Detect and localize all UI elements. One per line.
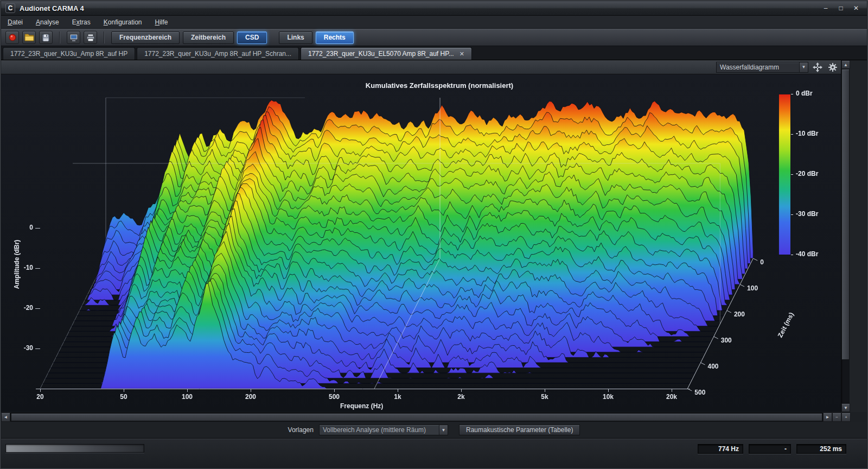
close-tab-icon[interactable]: ✕: [459, 50, 464, 58]
arrow-up-icon: ▲: [844, 62, 848, 67]
zoom-in-button[interactable]: +: [841, 413, 851, 422]
template-dropdown-value: Vollbereich Analyse (mittlere Räum): [320, 426, 439, 434]
maximize-button[interactable]: □: [834, 3, 847, 13]
plot-toolbar: Wasserfalldiagramm ▼: [1, 60, 842, 74]
toolbar-separator: [104, 31, 105, 43]
close-button[interactable]: ✕: [850, 3, 863, 13]
tab-measurement-2[interactable]: 1772_23R_quer_KU3u_Amp 8R_auf HP_Schran.…: [137, 47, 299, 60]
status-bar: 774 Hz - 252 ms: [1, 438, 867, 468]
title-bar: C Audionet CARMA 4 – □ ✕: [1, 1, 867, 16]
scroll-left-button[interactable]: ◄: [1, 413, 10, 422]
scroll-right-button[interactable]: ►: [823, 413, 832, 422]
window-title: Audionet CARMA 4: [20, 4, 817, 12]
template-row: Vorlagen Vollbereich Analyse (mittlere R…: [1, 422, 867, 438]
toolbar: Frequenzbereich Zeitbereich CSD Links Re…: [1, 29, 867, 46]
plus-icon: +: [845, 415, 847, 420]
minimize-button[interactable]: –: [819, 3, 832, 13]
level-meter: [5, 444, 144, 453]
vertical-scrollbar[interactable]: ▲ ▼: [841, 60, 850, 412]
minus-icon: −: [835, 415, 838, 420]
chevron-down-icon: ▼: [439, 425, 448, 435]
right-panel-gap: [850, 60, 867, 412]
arrow-right-icon: ►: [826, 415, 830, 420]
open-folder-icon: [24, 34, 34, 41]
gear-icon: [828, 62, 838, 72]
toolbar-separator: [59, 31, 60, 43]
app-logo-icon: C: [5, 3, 15, 13]
settings-button[interactable]: [827, 61, 839, 73]
menu-item-extras[interactable]: Extras: [72, 18, 91, 26]
arrow-left-icon: ◄: [4, 415, 8, 420]
open-file-button[interactable]: [22, 31, 36, 44]
menu-bar: Datei Analyse Extras Konfiguration Hilfe: [1, 16, 867, 29]
status-frequency: 774 Hz: [698, 444, 743, 454]
room-parameters-button[interactable]: Raumakustische Parameter (Tabelle): [459, 424, 580, 435]
diagram-type-value: Wasserfalldiagramm: [717, 64, 799, 71]
links-channel-button[interactable]: Links: [279, 31, 312, 44]
horizontal-scroll-thumb[interactable]: [11, 413, 822, 421]
save-icon: [42, 34, 50, 42]
status-middle: -: [749, 444, 791, 454]
print-icon: [86, 34, 95, 42]
rechts-channel-button[interactable]: Rechts: [316, 31, 354, 44]
app-window: C Audionet CARMA 4 – □ ✕ Datei Analyse E…: [0, 0, 868, 469]
template-dropdown[interactable]: Vollbereich Analyse (mittlere Räum) ▼: [319, 424, 448, 435]
status-values: 774 Hz - 252 ms: [698, 444, 846, 454]
screenshot-button[interactable]: [67, 31, 80, 44]
pan-icon: [813, 62, 822, 72]
zeitbereich-button[interactable]: Zeitbereich: [183, 31, 234, 44]
tab-bar: 1772_23R_quer_KU3u_Amp 8R_auf HP 1772_23…: [1, 46, 867, 60]
pan-button[interactable]: [812, 61, 824, 73]
menu-item-konfiguration[interactable]: Konfiguration: [104, 18, 142, 26]
tab-measurement-1[interactable]: 1772_23R_quer_KU3u_Amp 8R_auf HP: [3, 47, 135, 60]
menu-item-datei[interactable]: Datei: [8, 18, 23, 26]
horizontal-scrollbar[interactable]: ◄ ► − +: [1, 412, 851, 422]
arrow-down-icon: ▼: [844, 405, 848, 410]
zoom-out-button[interactable]: −: [832, 413, 841, 422]
tab-measurement-3[interactable]: 1772_23R_quer_KU3u_EL5070 Amp 8R_auf HP.…: [301, 47, 472, 60]
tab-label: 1772_23R_quer_KU3u_Amp 8R_auf HP: [10, 50, 127, 58]
scroll-up-button[interactable]: ▲: [841, 60, 850, 69]
diagram-type-dropdown[interactable]: Wasserfalldiagramm ▼: [716, 62, 808, 73]
waterfall-plot[interactable]: [1, 74, 842, 412]
save-button[interactable]: [39, 31, 53, 44]
print-button[interactable]: [84, 31, 97, 44]
screenshot-icon: [69, 34, 78, 42]
tab-label: 1772_23R_quer_KU3u_EL5070 Amp 8R_auf HP.…: [308, 50, 454, 58]
record-icon: [8, 33, 17, 42]
tab-label: 1772_23R_quer_KU3u_Amp 8R_auf HP_Schran.…: [144, 50, 291, 58]
menu-item-hilfe[interactable]: Hilfe: [155, 18, 168, 26]
frequenzbereich-button[interactable]: Frequenzbereich: [111, 31, 180, 44]
vertical-scroll-track[interactable]: [841, 69, 850, 403]
scroll-down-button[interactable]: ▼: [841, 403, 850, 412]
chevron-down-icon: ▼: [799, 62, 808, 72]
vorlagen-label: Vorlagen: [288, 426, 314, 434]
horizontal-scroll-track[interactable]: [10, 413, 823, 422]
record-button[interactable]: [5, 31, 19, 44]
vertical-scroll-thumb[interactable]: [841, 69, 850, 360]
menu-item-analyse[interactable]: Analyse: [36, 18, 59, 26]
csd-button[interactable]: CSD: [237, 31, 267, 44]
status-time: 252 ms: [796, 444, 846, 454]
